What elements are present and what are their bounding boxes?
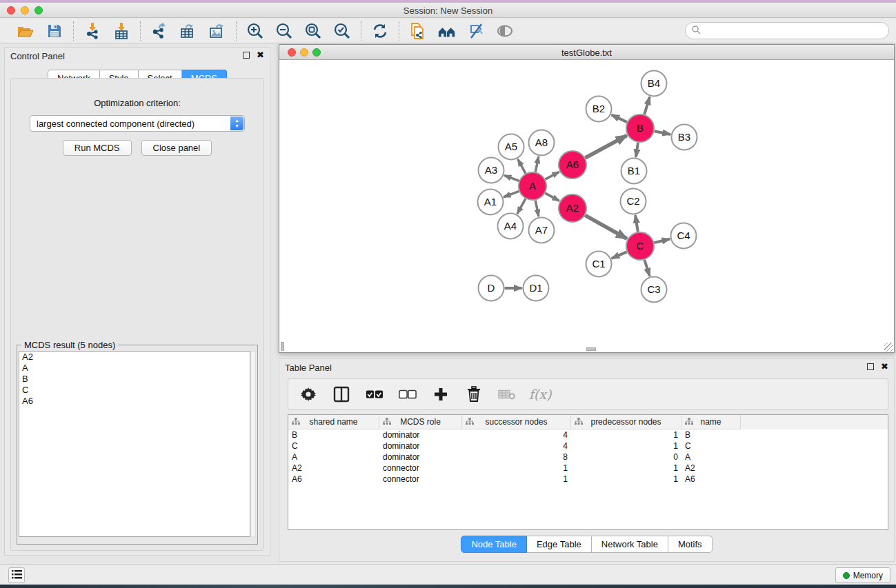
horizontal-scroll-thumb[interactable]	[586, 347, 596, 351]
export-image-icon[interactable]	[208, 21, 227, 41]
duplicate-network-icon[interactable]	[408, 21, 428, 41]
export-table-icon[interactable]	[179, 21, 198, 41]
node-C[interactable]: C	[626, 232, 654, 260]
delete-column-icon[interactable]	[465, 385, 483, 403]
node-C4[interactable]: C4	[671, 223, 697, 249]
vertical-scroll-thumb[interactable]	[281, 342, 284, 351]
first-neighbors-icon[interactable]	[437, 21, 457, 41]
edge-A-A1[interactable]	[504, 191, 519, 196]
show-details-icon[interactable]	[495, 21, 515, 41]
zoom-out-icon[interactable]	[275, 21, 294, 41]
node-A8[interactable]: A8	[529, 130, 555, 156]
mcds-result-list[interactable]: A2ABCA6	[19, 351, 250, 537]
column-header-predecessor-nodes[interactable]: predecessor nodes	[571, 415, 681, 429]
result-list-item[interactable]: C	[19, 385, 250, 396]
tab-network-table[interactable]: Network Table	[592, 536, 668, 553]
node-B4[interactable]: B4	[641, 71, 667, 97]
select-all-icon[interactable]	[366, 385, 384, 403]
edge-A-A4[interactable]	[517, 199, 526, 214]
zoom-selected-icon[interactable]	[332, 21, 352, 41]
save-session-icon[interactable]	[45, 21, 64, 41]
edge-A-A8[interactable]	[535, 156, 539, 172]
import-table-icon[interactable]	[112, 21, 131, 41]
result-list-item[interactable]: A2	[19, 352, 250, 363]
result-list-item[interactable]: B	[19, 374, 250, 385]
node-B3[interactable]: B3	[672, 125, 697, 150]
edge-A-A7[interactable]	[535, 201, 539, 216]
criterion-dropdown[interactable]: largest connected component (directed) ▲…	[30, 115, 245, 132]
zoom-fit-icon[interactable]	[303, 21, 323, 41]
tab-node-table[interactable]: Node Table	[461, 536, 527, 553]
task-history-button[interactable]	[8, 567, 25, 583]
table-row[interactable]: A6connector11A6	[288, 474, 888, 485]
edge-B-B2[interactable]	[612, 115, 627, 122]
node-B1[interactable]: B1	[621, 159, 647, 184]
tab-edge-table[interactable]: Edge Table	[527, 536, 592, 553]
search-box[interactable]	[685, 22, 889, 39]
network-window-titlebar[interactable]: testGlobe.txt	[279, 45, 894, 60]
edge-A2-C[interactable]	[585, 215, 627, 239]
export-network-icon[interactable]	[150, 21, 169, 41]
float-panel-icon[interactable]	[243, 52, 250, 59]
edge-A-A3[interactable]	[504, 175, 519, 181]
edge-A6-B[interactable]	[585, 135, 626, 158]
delete-table-icon[interactable]	[498, 385, 516, 403]
node-C1[interactable]: C1	[586, 252, 612, 277]
node-A2[interactable]: A2	[559, 194, 586, 222]
node-D1[interactable]: D1	[524, 276, 549, 301]
open-file-icon[interactable]	[16, 21, 35, 41]
close-panel-button[interactable]: Close panel	[141, 140, 212, 156]
table-row[interactable]: Bdominator41B	[288, 429, 888, 440]
refresh-icon[interactable]	[370, 21, 390, 41]
close-panel-icon[interactable]: ✖	[257, 52, 264, 59]
gear-icon[interactable]	[299, 385, 317, 403]
node-C3[interactable]: C3	[641, 277, 667, 303]
edge-C-C1[interactable]	[612, 252, 627, 258]
run-mcds-button[interactable]: Run MCDS	[63, 140, 132, 156]
node-B2[interactable]: B2	[586, 97, 612, 122]
node-A6[interactable]: A6	[559, 151, 586, 179]
import-network-icon[interactable]	[83, 21, 102, 41]
edge-A-A2[interactable]	[545, 193, 559, 201]
node-B[interactable]: B	[626, 114, 654, 142]
column-header-name[interactable]: name	[681, 415, 741, 429]
search-input[interactable]	[701, 24, 888, 38]
result-list-item[interactable]: A6	[19, 396, 250, 407]
node-A1[interactable]: A1	[478, 190, 504, 215]
table-row[interactable]: Adominator80A	[288, 452, 888, 463]
float-table-panel-icon[interactable]	[867, 363, 874, 370]
edge-C-C2[interactable]	[635, 215, 638, 232]
node-A7[interactable]: A7	[529, 218, 555, 243]
edge-B-B3[interactable]	[655, 131, 670, 134]
node-table[interactable]: shared nameMCDS rolesuccessor nodesprede…	[288, 414, 888, 530]
edge-A-A5[interactable]	[518, 159, 526, 174]
node-A[interactable]: A	[519, 172, 546, 200]
deselect-all-icon[interactable]	[399, 385, 417, 403]
column-header-MCDS-role[interactable]: MCDS role	[379, 415, 462, 429]
table-row[interactable]: A2connector11A2	[288, 463, 888, 474]
node-A4[interactable]: A4	[498, 214, 524, 239]
result-list-item[interactable]: A	[19, 363, 250, 374]
node-C2[interactable]: C2	[621, 189, 646, 214]
memory-button[interactable]: Memory	[835, 567, 890, 583]
edge-C-C4[interactable]	[654, 239, 670, 243]
node-A3[interactable]: A3	[479, 158, 504, 183]
edge-B-B4[interactable]	[644, 97, 650, 114]
add-column-icon[interactable]	[432, 385, 450, 403]
column-header-shared-name[interactable]: shared name	[288, 415, 379, 429]
hide-details-icon[interactable]	[466, 21, 486, 41]
resize-grip-icon[interactable]	[884, 343, 893, 352]
edge-A-A6[interactable]	[546, 172, 559, 179]
column-header-successor-nodes[interactable]: successor nodes	[462, 415, 571, 429]
tab-motifs[interactable]: Motifs	[668, 536, 713, 553]
edge-B-B1[interactable]	[636, 143, 638, 157]
network-canvas[interactable]: B4B2BB3A5A8A6A3B1AA1C2A2A4A7C4CC1C3DD1	[281, 61, 893, 351]
close-table-panel-icon[interactable]: ✖	[881, 363, 888, 370]
node-A5[interactable]: A5	[499, 134, 524, 160]
table-row[interactable]: Cdominator41C	[288, 440, 888, 452]
split-columns-icon[interactable]	[332, 385, 350, 403]
edge-C-C3[interactable]	[644, 260, 649, 276]
node-D[interactable]: D	[479, 276, 504, 301]
result-scrollbar[interactable]	[250, 351, 256, 537]
function-builder-icon[interactable]: f(x)	[531, 385, 549, 403]
